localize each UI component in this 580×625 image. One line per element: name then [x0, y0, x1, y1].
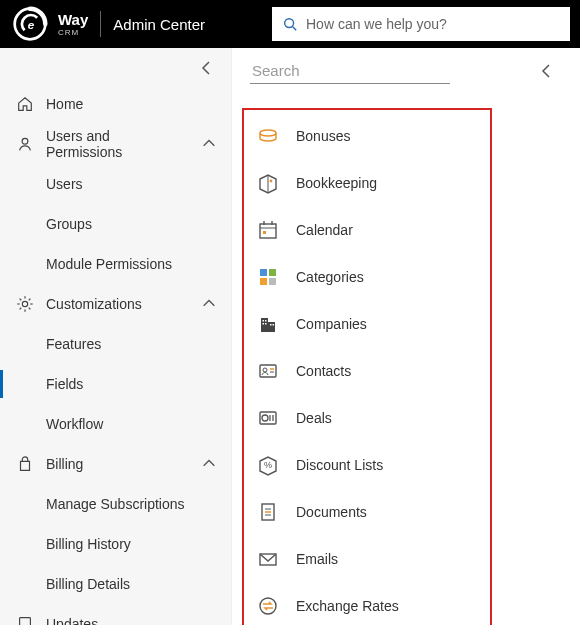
- sidebar-item-manage-subscriptions[interactable]: Manage Subscriptions: [0, 484, 231, 524]
- updates-icon: [16, 615, 34, 625]
- nav-label: Workflow: [46, 416, 103, 432]
- sidebar-item-features[interactable]: Features: [0, 324, 231, 364]
- chevron-up-icon: [201, 136, 217, 152]
- module-label: Emails: [296, 551, 338, 567]
- sidebar-item-billing-details[interactable]: Billing Details: [0, 564, 231, 604]
- panel-collapse-button[interactable]: [534, 58, 560, 84]
- module-contacts[interactable]: Contacts: [244, 347, 490, 394]
- nav-label: Groups: [46, 216, 92, 232]
- nav-label: Billing History: [46, 536, 131, 552]
- deals-icon: [256, 406, 280, 430]
- panel-search-input[interactable]: [250, 58, 450, 84]
- topbar: e Way CRM Admin Center: [0, 0, 580, 48]
- sidebar-item-fields[interactable]: Fields: [0, 364, 231, 404]
- module-bonuses[interactable]: Bonuses: [244, 112, 490, 159]
- nav-label: Fields: [46, 376, 83, 392]
- module-documents[interactable]: Documents: [244, 488, 490, 535]
- nav-label: Users: [46, 176, 83, 192]
- module-label: Deals: [296, 410, 332, 426]
- sidebar-item-users[interactable]: Users: [0, 164, 231, 204]
- sidebar: HomeUsers and PermissionsUsersGroupsModu…: [0, 48, 232, 625]
- eway-logo-icon: e: [12, 6, 48, 42]
- nav-label: Billing Details: [46, 576, 130, 592]
- module-label: Bonuses: [296, 128, 350, 144]
- page-title: Admin Center: [113, 16, 205, 33]
- sidebar-item-groups[interactable]: Groups: [0, 204, 231, 244]
- global-search-input[interactable]: [306, 16, 560, 32]
- sidebar-item-billing-history[interactable]: Billing History: [0, 524, 231, 564]
- module-label: Calendar: [296, 222, 353, 238]
- nav-label: Module Permissions: [46, 256, 172, 272]
- content-panel: BonusesBookkeepingCalendarCategoriesComp…: [232, 48, 580, 625]
- module-label: Exchange Rates: [296, 598, 399, 614]
- module-list: BonusesBookkeepingCalendarCategoriesComp…: [242, 108, 492, 625]
- documents-icon: [256, 500, 280, 524]
- nav-label: Customizations: [46, 296, 142, 312]
- sidebar-item-workflow[interactable]: Workflow: [0, 404, 231, 444]
- bonuses-icon: [256, 124, 280, 148]
- module-discount-lists[interactable]: Discount Lists: [244, 441, 490, 488]
- sidebar-item-users-and-permissions[interactable]: Users and Permissions: [0, 124, 231, 164]
- svg-text:e: e: [28, 18, 35, 31]
- chevron-up-icon: [201, 296, 217, 312]
- global-search[interactable]: [272, 7, 570, 41]
- nav-label: Billing: [46, 456, 83, 472]
- bag-icon: [16, 455, 34, 473]
- calendar-icon: [256, 218, 280, 242]
- categories-icon: [256, 265, 280, 289]
- module-categories[interactable]: Categories: [244, 253, 490, 300]
- emails-icon: [256, 547, 280, 571]
- search-icon: [282, 16, 298, 32]
- module-label: Contacts: [296, 363, 351, 379]
- module-emails[interactable]: Emails: [244, 535, 490, 582]
- module-label: Discount Lists: [296, 457, 383, 473]
- contacts-icon: [256, 359, 280, 383]
- gear-icon: [16, 295, 34, 313]
- module-exchange-rates[interactable]: Exchange Rates: [244, 582, 490, 625]
- nav-label: Updates: [46, 616, 98, 625]
- nav-label: Features: [46, 336, 101, 352]
- nav-label: Home: [46, 96, 83, 112]
- home-icon: [16, 95, 34, 113]
- module-label: Companies: [296, 316, 367, 332]
- top-divider: [100, 11, 101, 37]
- nav-label: Manage Subscriptions: [46, 496, 185, 512]
- module-label: Documents: [296, 504, 367, 520]
- sidebar-item-module-permissions[interactable]: Module Permissions: [0, 244, 231, 284]
- brand-sub: CRM: [58, 28, 88, 37]
- chevron-up-icon: [201, 456, 217, 472]
- module-label: Categories: [296, 269, 364, 285]
- sidebar-item-billing[interactable]: Billing: [0, 444, 231, 484]
- nav-label: Users and Permissions: [46, 128, 189, 160]
- exchange-icon: [256, 594, 280, 618]
- module-companies[interactable]: Companies: [244, 300, 490, 347]
- module-deals[interactable]: Deals: [244, 394, 490, 441]
- sidebar-item-home[interactable]: Home: [0, 84, 231, 124]
- module-label: Bookkeeping: [296, 175, 377, 191]
- bookkeeping-icon: [256, 171, 280, 195]
- module-bookkeeping[interactable]: Bookkeeping: [244, 159, 490, 206]
- module-calendar[interactable]: Calendar: [244, 206, 490, 253]
- companies-icon: [256, 312, 280, 336]
- sidebar-collapse-button[interactable]: [197, 58, 217, 78]
- user-icon: [16, 135, 34, 153]
- sidebar-item-updates[interactable]: Updates: [0, 604, 231, 625]
- sidebar-item-customizations[interactable]: Customizations: [0, 284, 231, 324]
- brand-logo[interactable]: e Way CRM: [12, 6, 88, 42]
- discount-icon: [256, 453, 280, 477]
